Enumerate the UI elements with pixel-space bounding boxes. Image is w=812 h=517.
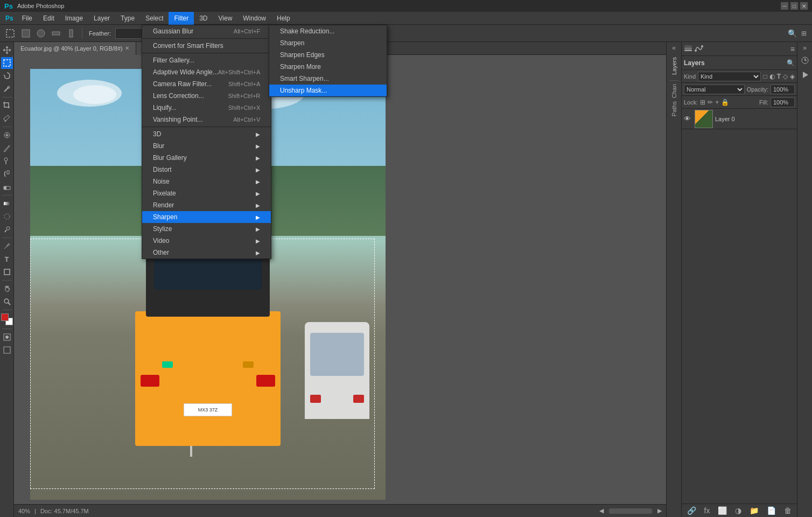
shape-tool[interactable] [1, 266, 13, 278]
menu-type[interactable]: Type [115, 12, 140, 25]
magic-wand-tool[interactable] [1, 83, 13, 95]
feather-input[interactable] [115, 28, 142, 39]
filter-liquify[interactable]: Liquify... Shift+Ctrl+X [142, 102, 271, 114]
add-mask-btn[interactable]: ⬜ [718, 506, 727, 515]
menu-help[interactable]: Help [271, 12, 296, 25]
filter-blur-gallery[interactable]: Blur Gallery ▶ [142, 152, 271, 164]
sharpen-unsharp-mask[interactable]: Unsharp Mask... [269, 85, 387, 96]
scroll-left[interactable]: ◀ [599, 507, 604, 514]
sharpen-sharpen-edges[interactable]: Sharpen Edges [269, 49, 387, 61]
kind-shape-icon[interactable]: ◇ [783, 73, 788, 80]
panel-icon-channels[interactable]: Chan [671, 84, 677, 98]
filter-gallery[interactable]: Filter Gallery... [142, 54, 271, 66]
opacity-input[interactable] [771, 85, 795, 94]
menu-edit[interactable]: Edit [38, 12, 60, 25]
gradient-tool[interactable] [1, 198, 13, 209]
menu-3d[interactable]: 3D [194, 12, 213, 25]
crop-tool[interactable] [1, 100, 13, 111]
lasso-tool[interactable] [1, 70, 13, 82]
minimize-btn[interactable]: ─ [781, 2, 788, 10]
menu-select[interactable]: Select [140, 12, 169, 25]
expand-panels-btn[interactable]: « [672, 44, 676, 52]
panel-icon-layers[interactable]: Layers [671, 57, 677, 75]
hand-tool[interactable] [1, 283, 13, 295]
color-swatches[interactable] [1, 313, 13, 325]
blend-mode-select[interactable]: Normal Multiply Screen [684, 85, 745, 94]
actions-icon[interactable] [801, 71, 809, 81]
kind-select[interactable]: Kind [698, 72, 761, 81]
filter-camera-raw[interactable]: Camera Raw Filter... Shift+Ctrl+A [142, 78, 271, 90]
menu-window[interactable]: Window [237, 12, 271, 25]
channels-icon-btn[interactable] [684, 44, 692, 54]
screen-mode-tool[interactable] [1, 344, 13, 356]
filter-3d[interactable]: 3D ▶ [142, 128, 271, 140]
filter-convert-smart[interactable]: Convert for Smart Filters [142, 40, 271, 52]
filter-video[interactable]: Video ▶ [142, 235, 271, 247]
add-adjustment-btn[interactable]: ◑ [735, 506, 741, 515]
history-icon[interactable] [801, 56, 809, 66]
menu-image[interactable]: Image [60, 12, 88, 25]
menu-filter[interactable]: Filter [169, 12, 194, 25]
scroll-thumb[interactable] [609, 508, 652, 514]
table-row[interactable]: 👁 Layer 0 [682, 109, 797, 129]
lock-pixel-btn[interactable]: ⊞ [700, 99, 705, 106]
kind-adj-icon[interactable]: ◐ [769, 73, 775, 80]
filter-stylize[interactable]: Stylize ▶ [142, 223, 271, 235]
paths-icon-btn[interactable] [695, 44, 703, 54]
sharpen-sharpen[interactable]: Sharpen [269, 37, 387, 49]
filter-other[interactable]: Other ▶ [142, 247, 271, 258]
kind-pixel-icon[interactable]: □ [763, 73, 767, 80]
history-brush-tool[interactable] [1, 168, 13, 180]
filter-noise[interactable]: Noise ▶ [142, 176, 271, 187]
sharpen-sharpen-more[interactable]: Sharpen More [269, 61, 387, 73]
filter-lens-correction[interactable]: Lens Correction... Shift+Ctrl+R [142, 90, 271, 102]
filter-vanishing-point[interactable]: Vanishing Point... Alt+Ctrl+V [142, 114, 271, 125]
healing-tool[interactable] [1, 129, 13, 141]
filter-render[interactable]: Render ▶ [142, 199, 271, 211]
move-tool[interactable] [1, 44, 13, 56]
add-folder-btn[interactable]: 📁 [750, 506, 759, 515]
toolbar-btn-circle[interactable] [34, 28, 47, 39]
tab-ecuador-close[interactable]: ✕ [125, 45, 129, 51]
clone-tool[interactable] [1, 155, 13, 167]
filter-sharpen[interactable]: Sharpen ▶ [142, 211, 271, 223]
fill-input[interactable] [771, 97, 795, 107]
close-btn[interactable]: ✕ [800, 2, 808, 10]
filter-adaptive-wide[interactable]: Adaptive Wide Angle... Alt+Shift+Ctrl+A [142, 66, 271, 78]
eyedropper-tool[interactable] [1, 113, 13, 124]
panel-icon-paths[interactable]: Paths [671, 101, 677, 116]
toolbar-btn-row[interactable] [50, 28, 62, 39]
lock-all-btn[interactable]: 🔒 [721, 99, 729, 106]
delete-layer-btn[interactable]: 🗑 [784, 506, 792, 515]
menu-file[interactable]: File [17, 12, 38, 25]
text-tool[interactable]: T [1, 253, 13, 265]
lock-draw-btn[interactable]: ✏ [708, 99, 713, 106]
panel-toggle-btn[interactable]: » [803, 44, 807, 52]
filter-gaussian-blur[interactable]: Gaussian Blur Alt+Ctrl+F [142, 25, 271, 37]
menu-view[interactable]: View [213, 12, 238, 25]
layer-fx-btn[interactable]: fx [704, 506, 710, 515]
sharpen-smart-sharpen[interactable]: Smart Sharpen... [269, 73, 387, 85]
toolbar-btn-col[interactable] [65, 28, 78, 39]
kind-smart-icon[interactable]: ◈ [790, 73, 795, 80]
scroll-right[interactable]: ▶ [657, 507, 662, 514]
maximize-btn[interactable]: □ [790, 2, 798, 10]
eraser-tool[interactable] [1, 181, 13, 193]
kind-text-icon[interactable]: T [777, 73, 781, 80]
panel-menu-icon[interactable]: ≡ [790, 45, 795, 53]
layers-search-icon[interactable]: 🔍 [787, 59, 795, 67]
layer-visibility-eye[interactable]: 👁 [684, 115, 692, 123]
menu-layer[interactable]: Layer [88, 12, 115, 25]
menu-ps[interactable]: Ps [2, 12, 17, 25]
toolbar-btn-square[interactable] [19, 28, 32, 39]
dodge-tool[interactable] [1, 223, 13, 235]
quick-mask-tool[interactable] [1, 331, 13, 343]
zoom-tool[interactable] [1, 296, 13, 308]
pen-tool[interactable] [1, 240, 13, 252]
tab-ecuador[interactable]: Ecuador.jpg @ 40% (Layer 0, RGB/8#) ✕ [14, 42, 136, 55]
filter-blur[interactable]: Blur ▶ [142, 140, 271, 152]
link-layers-btn[interactable]: 🔗 [687, 506, 696, 515]
filter-pixelate[interactable]: Pixelate ▶ [142, 187, 271, 199]
brush-tool[interactable] [1, 142, 13, 154]
sharpen-shake-reduction[interactable]: Shake Reduction... [269, 25, 387, 37]
